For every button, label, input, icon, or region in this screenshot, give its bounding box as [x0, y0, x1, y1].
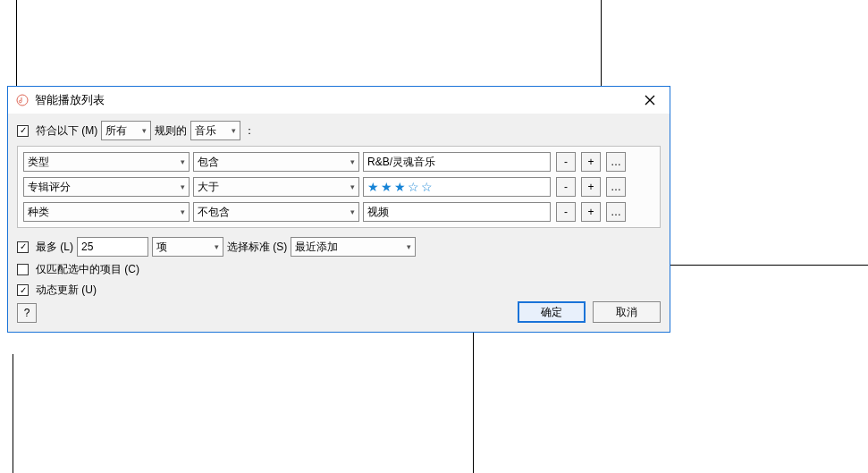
dialog-title: 智能播放列表 [35, 92, 637, 108]
svg-point-0 [17, 95, 28, 106]
plus-icon: + [587, 156, 594, 168]
ellipsis-icon: … [611, 156, 621, 168]
cancel-button-label: 取消 [616, 305, 637, 320]
more-rule-button[interactable]: … [606, 177, 626, 197]
remove-rule-button[interactable]: - [556, 177, 576, 197]
rule-row: 类型 ▾ 包含 ▾ R&B/灵魂音乐 - + … [23, 152, 654, 172]
limit-unit-select[interactable]: 项 ▾ [152, 237, 223, 257]
help-button[interactable]: ? [17, 303, 37, 323]
add-rule-button[interactable]: + [581, 152, 601, 172]
chevron-down-icon: ▾ [181, 182, 185, 191]
ok-button[interactable]: 确定 [518, 301, 586, 323]
callout-line [16, 0, 17, 86]
limit-unit-value: 项 [156, 240, 211, 255]
add-rule-button[interactable]: + [581, 202, 601, 222]
limit-criteria-value: 最近添加 [295, 240, 403, 255]
chevron-down-icon: ▾ [215, 242, 219, 251]
limit-select-label: 选择标准 (S) [227, 240, 287, 255]
more-rule-button[interactable]: … [606, 202, 626, 222]
limit-value-input[interactable]: 25 [77, 237, 148, 257]
smart-playlist-dialog: 智能播放列表 符合以下 (M) 所有 ▾ 规则的 音乐 ▾ ： 类型 [7, 86, 670, 333]
rule-field-value: 类型 [28, 155, 177, 170]
dialog-body: 符合以下 (M) 所有 ▾ 规则的 音乐 ▾ ： 类型 ▾ 包含 ▾ [8, 114, 670, 332]
match-scope-select[interactable]: 所有 ▾ [101, 121, 151, 140]
match-domain-select[interactable]: 音乐 ▾ [190, 121, 240, 140]
rule-op-value: 不包含 [198, 205, 347, 220]
limit-value-text: 25 [81, 241, 93, 253]
ok-button-label: 确定 [541, 305, 562, 320]
match-label: 符合以下 (M) [36, 123, 97, 139]
help-icon: ? [24, 307, 30, 319]
chevron-down-icon: ▾ [350, 182, 355, 191]
limit-row: 最多 (L) 25 项 ▾ 选择标准 (S) 最近添加 ▾ [17, 237, 661, 257]
live-update-checkbox[interactable] [17, 284, 29, 296]
match-scope-value: 所有 [105, 123, 139, 139]
rule-row: 种类 ▾ 不包含 ▾ 视频 - + … [23, 202, 654, 222]
match-domain-value: 音乐 [195, 123, 228, 139]
minus-icon: - [564, 206, 568, 218]
callout-line [13, 354, 13, 473]
match-suffix: ： [244, 123, 255, 139]
rule-op-value: 包含 [198, 155, 347, 170]
chevron-down-icon: ▾ [232, 126, 236, 135]
checked-only-row: 仅匹配选中的项目 (C) [17, 262, 661, 277]
app-icon [15, 93, 29, 107]
rating-stars: ★★★☆☆ [367, 180, 434, 194]
rule-field-select[interactable]: 种类 ▾ [23, 202, 190, 222]
chevron-down-icon: ▾ [181, 157, 185, 166]
remove-rule-button[interactable]: - [556, 202, 576, 222]
add-rule-button[interactable]: + [581, 177, 601, 197]
rule-value-input[interactable]: 视频 [363, 202, 551, 222]
plus-icon: + [587, 181, 594, 193]
rule-field-select[interactable]: 专辑评分 ▾ [23, 177, 190, 197]
limit-criteria-select[interactable]: 最近添加 ▾ [291, 237, 416, 257]
limit-checkbox[interactable] [17, 241, 29, 253]
rules-block: 类型 ▾ 包含 ▾ R&B/灵魂音乐 - + … 专辑评分 ▾ [17, 146, 661, 228]
rule-op-select[interactable]: 不包含 ▾ [193, 202, 359, 222]
checked-only-checkbox[interactable] [17, 264, 29, 275]
rule-field-select[interactable]: 类型 ▾ [23, 152, 190, 172]
live-update-row: 动态更新 (U) [17, 283, 97, 298]
rule-op-select[interactable]: 大于 ▾ [193, 177, 359, 197]
match-checkbox[interactable] [17, 125, 29, 137]
cancel-button[interactable]: 取消 [593, 301, 661, 323]
footer-row: 动态更新 (U) ? 确定 取消 [17, 283, 661, 323]
chevron-down-icon: ▾ [181, 207, 185, 216]
rule-field-value: 专辑评分 [28, 180, 177, 195]
titlebar: 智能播放列表 [8, 87, 670, 114]
rule-field-value: 种类 [28, 205, 177, 220]
rule-value-text: R&B/灵魂音乐 [367, 155, 435, 170]
rule-op-select[interactable]: 包含 ▾ [193, 152, 359, 172]
chevron-down-icon: ▾ [350, 207, 355, 216]
ellipsis-icon: … [611, 206, 621, 218]
plus-icon: + [587, 206, 594, 218]
minus-icon: - [564, 156, 568, 168]
chevron-down-icon: ▾ [350, 157, 355, 166]
rule-op-value: 大于 [198, 180, 347, 195]
remove-rule-button[interactable]: - [556, 152, 576, 172]
rule-value-input[interactable]: R&B/灵魂音乐 [363, 152, 551, 172]
minus-icon: - [564, 181, 568, 193]
match-row: 符合以下 (M) 所有 ▾ 规则的 音乐 ▾ ： [17, 121, 661, 140]
chevron-down-icon: ▾ [142, 126, 147, 135]
close-button[interactable] [637, 91, 662, 109]
rules-label: 规则的 [155, 123, 187, 139]
checked-only-label: 仅匹配选中的项目 (C) [36, 262, 139, 277]
live-update-label: 动态更新 (U) [36, 283, 97, 298]
rule-value-text: 视频 [367, 205, 389, 220]
rule-value-rating[interactable]: ★★★☆☆ [363, 177, 551, 197]
limit-label: 最多 (L) [36, 240, 73, 255]
more-rule-button[interactable]: … [606, 152, 626, 172]
rule-row: 专辑评分 ▾ 大于 ▾ ★★★☆☆ - + … [23, 177, 654, 197]
ellipsis-icon: … [611, 181, 621, 193]
chevron-down-icon: ▾ [407, 242, 411, 251]
